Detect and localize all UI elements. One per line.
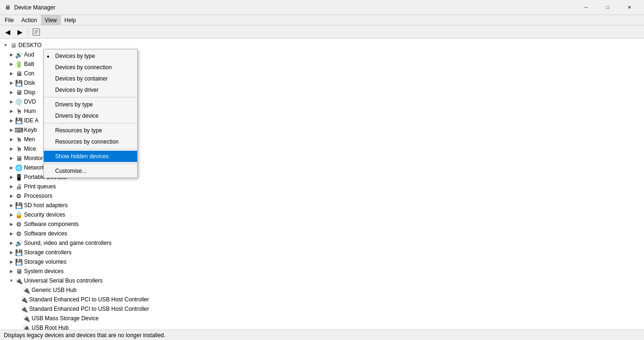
tree-expand-icon[interactable]: ▶ (8, 267, 15, 275)
dropdown-item-devices-by-connection[interactable]: Devices by connection (44, 62, 137, 73)
tree-item[interactable]: ▶ ⚙ Processors (0, 191, 151, 201)
tree-item-label: IDE A (24, 117, 39, 124)
tree-expand-icon[interactable] (15, 286, 23, 294)
tree-device-icon: 🖥 (15, 70, 23, 77)
tree-item[interactable]: ▶ 💾 Storage controllers (0, 248, 151, 257)
tree-expand-icon[interactable]: ▶ (8, 79, 15, 87)
status-bar: Displays legacy devices and devices that… (0, 330, 644, 340)
tree-device-icon: ⚙ (15, 230, 23, 237)
minimize-button[interactable]: ─ (575, 0, 597, 15)
tree-item[interactable]: ▶ ⚙ Software devices (0, 229, 151, 238)
close-button[interactable]: ✕ (619, 0, 640, 15)
tree-item[interactable]: ▶ ⚙ Software components (0, 219, 151, 229)
dropdown-item-resources-by-type[interactable]: Resources by type (44, 125, 137, 136)
tree-expand-icon[interactable]: ▶ (8, 239, 15, 247)
tree-expand-icon[interactable]: ▶ (8, 258, 15, 266)
tree-item[interactable]: ▶ 🖥 System devices (0, 267, 151, 276)
tree-root[interactable]: ▼ 🖥 DESKTO (0, 40, 151, 50)
tree-item-label: Storage volumes (24, 259, 66, 265)
tree-device-icon: 🔌 (20, 296, 28, 303)
tree-item[interactable]: 🔌 USB Mass Storage Device (0, 314, 151, 323)
dropdown-item-drivers-by-device[interactable]: Drivers by device (44, 110, 137, 121)
tree-expand-icon[interactable]: ▶ (8, 220, 15, 228)
tree-expand-icon[interactable]: ▶ (8, 70, 15, 77)
tree-expand-icon[interactable]: ▶ (8, 136, 15, 143)
tree-expand-icon[interactable] (15, 315, 23, 322)
tree-device-icon: 💾 (15, 258, 23, 266)
tree-item[interactable]: 🔌 Generic USB Hub (0, 285, 151, 295)
dropdown-item-devices-by-type[interactable]: ● Devices by type (44, 50, 137, 62)
tree-expand-icon[interactable]: ▶ (8, 173, 15, 181)
dropdown-item-show-hidden[interactable]: Show hidden devices (44, 151, 137, 162)
tree-device-icon: 🔌 (23, 315, 30, 322)
menu-bar: File Action View Help (0, 15, 644, 25)
tree-item[interactable]: 🔌 USB Root Hub (0, 323, 151, 330)
tree-item[interactable]: ▶ 🔊 Sound, video and game controllers (0, 238, 151, 248)
tree-item[interactable]: ▶ 💾 SD host adapters (0, 201, 151, 210)
properties-button[interactable] (31, 27, 42, 37)
main-area: ▼ 🖥 DESKTO ▶ 🔊 Aud ▶ 🔋 Batt ▶ 🖥 Con ▶ 💾 … (0, 39, 644, 330)
view-dropdown-menu[interactable]: ● Devices by type Devices by connection … (43, 49, 138, 178)
tree-expand-icon[interactable]: ▶ (8, 154, 15, 162)
tree-device-icon: 🖱 (15, 145, 23, 153)
root-expand-icon[interactable]: ▼ (2, 41, 9, 49)
menu-view[interactable]: View (41, 15, 61, 25)
tree-item-label: Software components (24, 221, 79, 227)
tree-item-label: Standard Enhanced PCI to USB Host Contro… (29, 306, 149, 312)
dropdown-item-resources-by-connection[interactable]: Resources by connection (44, 136, 137, 147)
tree-expand-icon[interactable]: ▶ (8, 230, 15, 237)
back-button[interactable]: ◀ (2, 27, 13, 37)
tree-expand-icon[interactable]: ▶ (8, 192, 15, 200)
tree-device-icon: 🔊 (15, 51, 23, 58)
menu-file[interactable]: File (1, 15, 17, 25)
tree-expand-icon[interactable]: ▶ (8, 117, 15, 124)
tree-expand-icon[interactable]: ▶ (8, 145, 15, 153)
dropdown-item-devices-by-container[interactable]: Devices by container (44, 73, 137, 84)
forward-button[interactable]: ▶ (14, 27, 25, 37)
tree-device-icon: 💾 (15, 249, 23, 256)
tree-expand-icon[interactable]: ▶ (8, 164, 15, 171)
tree-device-icon: 🔒 (15, 211, 23, 219)
tree-device-icon: ⚙ (15, 220, 23, 228)
tree-expand-icon[interactable] (13, 296, 20, 303)
tree-item-label: Batt (24, 61, 34, 67)
tree-expand-icon[interactable]: ▶ (8, 107, 15, 115)
tree-expand-icon[interactable]: ▶ (8, 51, 15, 58)
tree-expand-icon[interactable]: ▶ (8, 202, 15, 209)
tree-item-label: Universal Serial Bus controllers (24, 277, 103, 284)
dropdown-item-label: Drivers by type (55, 101, 93, 108)
tree-expand-icon[interactable]: ▶ (8, 183, 15, 190)
dropdown-item-drivers-by-type[interactable]: Drivers by type (44, 99, 137, 110)
dropdown-item-devices-by-driver[interactable]: Devices by driver (44, 84, 137, 96)
tree-expand-icon[interactable]: ▶ (8, 89, 15, 96)
menu-help[interactable]: Help (61, 15, 80, 25)
tree-item-label: Con (24, 70, 34, 77)
dropdown-item-label: Devices by driver (55, 87, 99, 93)
tree-device-icon: 🔋 (15, 60, 23, 68)
tree-expand-icon[interactable]: ▶ (8, 249, 15, 256)
dropdown-item-customise[interactable]: Customise... (44, 165, 137, 177)
tree-expand-icon[interactable]: ▶ (8, 60, 15, 68)
tree-item[interactable]: ▼ 🔌 Universal Serial Bus controllers (0, 276, 151, 285)
maximize-button[interactable]: □ (597, 0, 619, 15)
toolbar: ◀ ▶ (0, 25, 644, 39)
tree-item[interactable]: ▶ 💾 Storage volumes (0, 257, 151, 267)
menu-action[interactable]: Action (17, 15, 41, 25)
tree-item[interactable]: ▶ 🔒 Security devices (0, 210, 151, 219)
tree-item-label: Monitors (24, 155, 46, 162)
tree-item-label: Hum (24, 108, 36, 114)
tree-item[interactable]: ▶ 🖨 Print queues (0, 182, 151, 191)
tree-expand-icon[interactable]: ▼ (8, 277, 15, 284)
tree-device-icon: 💾 (15, 202, 23, 209)
tree-expand-icon[interactable]: ▶ (8, 98, 15, 105)
tree-item-label: Standard Enhanced PCI to USB Host Contro… (29, 296, 149, 303)
tree-item[interactable]: 🔌 Standard Enhanced PCI to USB Host Cont… (0, 295, 151, 304)
tree-item-label: USB Mass Storage Device (32, 315, 99, 322)
tree-item-label: Sound, video and game controllers (24, 240, 111, 246)
title-bar-text: Device Manager (14, 4, 575, 11)
tree-item[interactable]: 🔌 Standard Enhanced PCI to USB Host Cont… (0, 304, 151, 314)
tree-expand-icon[interactable] (13, 305, 20, 313)
tree-expand-icon[interactable]: ▶ (8, 211, 15, 219)
tree-item-label: USB Root Hub (32, 324, 69, 330)
tree-expand-icon[interactable] (15, 324, 23, 330)
